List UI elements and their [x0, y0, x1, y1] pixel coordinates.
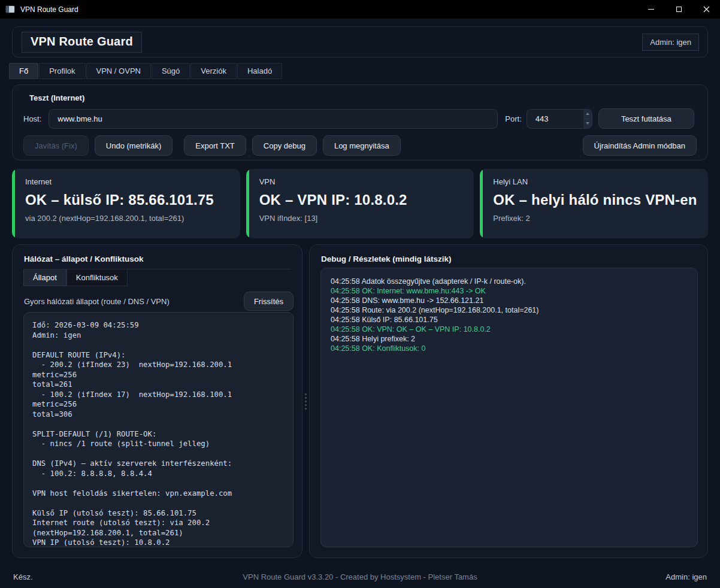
tab-verziok[interactable]: Verziók	[190, 63, 237, 79]
network-status-text: Idő: 2026-03-09 04:25:59 Admin: igen DEF…	[32, 320, 285, 547]
network-status-textbox[interactable]: Idő: 2026-03-09 04:25:59 Admin: igen DEF…	[23, 312, 294, 547]
log-line: 04:25:58 DNS: www.bme.hu -> 152.66.121.2…	[331, 296, 688, 305]
debug-panel: Debug / Részletek (mindig látszik) 04:25…	[309, 244, 708, 558]
host-input[interactable]	[49, 109, 498, 129]
subtab-allapot[interactable]: Állapot	[23, 269, 66, 286]
status-card-vpn: VPN OK – VPN IP: 10.8.0.2 VPN ifIndex: […	[246, 169, 474, 238]
host-label: Host:	[23, 114, 41, 123]
log-line: 04:25:58 Route: via 200.2 (nextHop=192.1…	[331, 305, 688, 315]
card-label: VPN	[259, 177, 464, 186]
network-subtabs: Állapot Konfliktusok	[23, 269, 291, 286]
port-label: Port:	[505, 114, 521, 123]
export-txt-button[interactable]: Export TXT	[184, 135, 246, 156]
minimize-button[interactable]	[637, 0, 665, 19]
log-line: 04:25:58 OK: Konfliktusok: 0	[331, 344, 688, 353]
page-title: VPN Route Guard	[22, 32, 142, 53]
quick-status-label: Gyors hálózati állapot (route / DNS / VP…	[24, 297, 170, 306]
card-detail: VPN ifIndex: [13]	[259, 214, 464, 223]
copy-debug-button[interactable]: Copy debug	[252, 135, 317, 156]
log-line: 04:25:58 OK: Internet: www.bme.hu:443 ->…	[331, 286, 688, 296]
debug-log-box[interactable]: 04:25:58 Adatok összegyűjtve (adapterek …	[320, 268, 698, 547]
minimize-icon	[648, 9, 654, 10]
card-headline: OK – VPN IP: 10.8.0.2	[259, 192, 464, 208]
footer-version-text: VPN Route Guard v3.3.20 - Created by Hos…	[0, 572, 720, 581]
chevron-up-icon	[586, 113, 589, 115]
port-input[interactable]	[527, 109, 592, 129]
debug-panel-title: Debug / Részletek (mindig látszik)	[310, 245, 707, 269]
network-status-panel: Hálózat – állapot / Konfliktusok Állapot…	[12, 244, 302, 558]
log-line: 04:25:58 Külső IP: 85.66.101.75	[331, 315, 688, 325]
chevron-down-icon	[586, 122, 589, 125]
port-spin-down[interactable]	[583, 119, 592, 128]
restart-admin-button[interactable]: Újraindítás Admin módban	[583, 135, 697, 156]
main-tab-bar: Fő Profilok VPN / OVPN Súgó Verziók Hala…	[9, 63, 708, 79]
status-card-internet: Internet OK – külső IP: 85.66.101.75 via…	[12, 169, 240, 238]
test-section: Teszt (Internet) Host: Port: Teszt futta…	[12, 84, 708, 160]
network-panel-title: Hálózat – állapot / Konfliktusok	[13, 245, 302, 269]
tab-vpn-ovpn[interactable]: VPN / OVPN	[86, 63, 151, 79]
window-title: VPN Route Guard	[20, 5, 78, 14]
panel-splitter[interactable]	[302, 244, 309, 558]
card-headline: OK – helyi háló nincs VPN-en	[493, 192, 697, 208]
fix-button[interactable]: Javítás (Fix)	[23, 135, 89, 156]
card-detail: Prefixek: 2	[493, 214, 697, 223]
log-line: 04:25:58 OK: VPN: OK – OK – VPN IP: 10.8…	[331, 325, 688, 334]
footer-admin-text: Admin: igen	[665, 572, 707, 581]
card-headline: OK – külső IP: 85.66.101.75	[25, 192, 229, 208]
maximize-icon	[676, 7, 682, 12]
subtab-konfliktusok[interactable]: Konfliktusok	[66, 269, 128, 286]
log-line: 04:25:58 Adatok összegyűjtve (adapterek …	[331, 277, 688, 286]
admin-badge: Admin: igen	[642, 34, 699, 51]
app-icon	[5, 5, 15, 13]
title-bar: VPN Route Guard	[0, 0, 720, 19]
tab-profilok[interactable]: Profilok	[39, 63, 85, 79]
app-header: VPN Route Guard Admin: igen	[12, 26, 708, 57]
log-line: 04:25:58 Helyi prefixek: 2	[331, 334, 688, 344]
card-detail: via 200.2 (nextHop=192.168.200.1, total=…	[25, 214, 229, 223]
maximize-button[interactable]	[665, 0, 692, 19]
tab-sugo[interactable]: Súgó	[152, 63, 190, 79]
tab-fo[interactable]: Fő	[9, 63, 38, 79]
test-section-title: Teszt (Internet)	[29, 93, 84, 102]
splitter-grip-icon	[305, 393, 307, 410]
run-test-button[interactable]: Teszt futtatása	[598, 108, 694, 129]
port-spin-up[interactable]	[583, 110, 592, 119]
tab-halado[interactable]: Haladó	[237, 63, 282, 79]
close-icon	[703, 6, 710, 13]
card-label: Internet	[25, 177, 229, 186]
status-card-lan: Helyi LAN OK – helyi háló nincs VPN-en P…	[480, 169, 708, 238]
card-label: Helyi LAN	[493, 177, 697, 186]
undo-metrics-button[interactable]: Undo (metrikák)	[95, 135, 173, 156]
close-button[interactable]	[692, 0, 720, 19]
refresh-button[interactable]: Frissítés	[244, 292, 294, 311]
status-bar: VPN Route Guard v3.3.20 - Created by Hos…	[0, 565, 720, 588]
status-cards: Internet OK – külső IP: 85.66.101.75 via…	[12, 169, 708, 238]
open-log-button[interactable]: Log megnyitása	[323, 135, 401, 156]
port-spinner	[583, 110, 592, 128]
